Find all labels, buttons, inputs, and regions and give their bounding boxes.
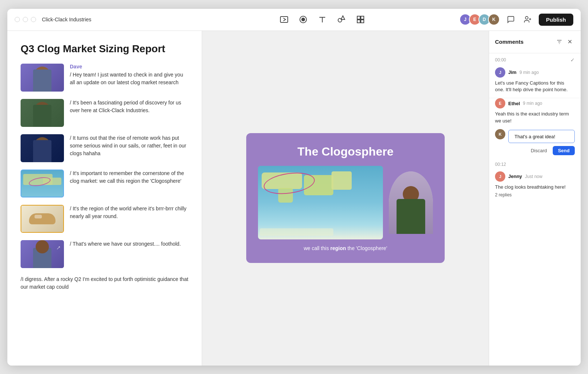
report-title: Q3 Clog Market Sizing Report xyxy=(21,43,189,55)
thumbnail-1[interactable] xyxy=(21,64,64,92)
timestamp-section-2: 00:12 xyxy=(489,158,581,168)
toolbar-tools xyxy=(279,14,366,25)
text-icon[interactable] xyxy=(317,14,327,25)
transcript-text-7: /I digress. After a rocky Q2 I'm excited… xyxy=(21,275,189,291)
timestamp-2: 00:12 xyxy=(495,162,506,167)
collaborator-avatars: J E D K xyxy=(459,14,500,25)
main-content: Q3 Clog Market Sizing Report Dave / Hey … xyxy=(7,31,581,366)
comment-text-ethel: Yeah this is the exact industry term we … xyxy=(495,111,575,125)
shape-icon[interactable] xyxy=(336,14,347,25)
comment-text-jenny: The clog looks breathtaking here! xyxy=(495,184,575,191)
titlebar: Click-Clack Industries xyxy=(7,9,581,31)
slide-card: The Clogosphere xyxy=(246,133,445,263)
comment-meta-ethel: E Ethel 9 min ago xyxy=(495,98,575,108)
minimize-dot[interactable] xyxy=(23,17,28,22)
reply-area: K Discard Send xyxy=(495,128,575,155)
transcript-text-4: / It's important to remember the corners… xyxy=(70,170,189,185)
svg-rect-7 xyxy=(357,16,360,19)
transcript-content-6: / That's where we have our strongest....… xyxy=(70,240,181,248)
record-icon[interactable] xyxy=(298,14,308,25)
list-item: /I digress. After a rocky Q2 I'm excited… xyxy=(21,275,189,291)
transcript-panel: Q3 Clog Market Sizing Report Dave / Hey … xyxy=(7,31,202,366)
svg-rect-0 xyxy=(280,17,288,22)
thumbnail-4[interactable] xyxy=(21,170,64,197)
comment-text-jim: Let's use Fancy Captions for this one. I… xyxy=(495,80,575,94)
comments-body: 00:00 ✓ J Jim 9 min ago Let's use Fancy … xyxy=(489,53,581,366)
transcript-content-1: Dave / Hey team! I just wanted to check … xyxy=(70,64,189,86)
share-icon-button[interactable] xyxy=(522,14,534,25)
maximize-dot[interactable] xyxy=(31,17,36,22)
slide-map xyxy=(258,166,383,239)
author-jim: Jim xyxy=(508,70,516,75)
app-title: Click-Clack Industries xyxy=(42,17,92,22)
transcript-content-5: / It's the region of the world where it'… xyxy=(70,205,189,220)
list-item: / It's important to remember the corners… xyxy=(21,170,189,197)
media-icon[interactable] xyxy=(279,14,289,25)
grid-icon[interactable] xyxy=(355,14,366,25)
svg-point-2 xyxy=(302,18,305,21)
transcript-text-2: / It's been a fascinating period of disc… xyxy=(70,99,189,114)
author-ethel: Ethel xyxy=(508,101,520,106)
thumbnail-3[interactable] xyxy=(21,134,64,162)
comment-thread-jim: J Jim 9 min ago Let's use Fancy Captions… xyxy=(489,64,581,99)
caption-bold: region xyxy=(330,245,346,251)
caption-post: the 'Clogosphere' xyxy=(347,245,387,251)
publish-button[interactable]: Publish xyxy=(539,14,573,26)
transcript-text-1: / Hey team! I just wanted to check in an… xyxy=(70,71,189,86)
author-jenny: Jenny xyxy=(508,174,522,179)
reply-input-field[interactable] xyxy=(514,134,569,139)
list-item: Dave / Hey team! I just wanted to check … xyxy=(21,64,189,92)
comment-meta-jim: J Jim 9 min ago xyxy=(495,67,575,78)
list-item: / It's been a fascinating period of disc… xyxy=(21,99,189,127)
caption-pre: we call this xyxy=(304,245,329,251)
transcript-content-2: / It's been a fascinating period of disc… xyxy=(70,99,189,114)
speaker-name-1: Dave xyxy=(70,64,189,70)
list-item: / It's the region of the world where it'… xyxy=(21,205,189,233)
thumbnail-5[interactable] xyxy=(21,205,64,233)
slide-person-image xyxy=(389,171,433,234)
app-window: Click-Clack Industries xyxy=(7,9,581,366)
thumbnail-2[interactable] xyxy=(21,99,64,127)
window-controls xyxy=(15,17,36,22)
transcript-content-4: / It's important to remember the corners… xyxy=(70,170,189,185)
filter-icon-button[interactable] xyxy=(554,37,564,47)
close-dot[interactable] xyxy=(15,17,20,22)
list-item: / It turns out that the rise of remote w… xyxy=(21,134,189,162)
replies-count[interactable]: 2 replies xyxy=(495,192,575,197)
slide-content xyxy=(258,166,433,239)
svg-rect-8 xyxy=(361,16,364,19)
timestamp-section-1: 00:00 ✓ xyxy=(489,53,581,64)
titlebar-right: J E D K Publish xyxy=(459,14,573,26)
comment-meta-jenny: J Jenny Just now xyxy=(495,171,575,182)
timestamp-1: 00:00 xyxy=(495,57,506,63)
comment-thread-jenny: J Jenny Just now The clog looks breathta… xyxy=(489,168,581,202)
reply-actions: Discard Send xyxy=(508,146,575,155)
reply-input-box[interactable] xyxy=(508,130,575,143)
map-background xyxy=(258,166,383,239)
comments-header: Comments ✕ xyxy=(489,31,581,53)
svg-rect-9 xyxy=(357,20,360,23)
preview-panel: The Clogosphere xyxy=(202,31,489,366)
svg-rect-10 xyxy=(361,20,364,23)
comment-thread-ethel: E Ethel 9 min ago Yeah this is the exact… xyxy=(489,98,581,158)
comments-icon-button[interactable] xyxy=(505,14,517,25)
thumbnail-6[interactable]: ↑ xyxy=(21,240,64,268)
avatar-4: K xyxy=(488,14,500,25)
slide-caption: we call this region the 'Clogosphere' xyxy=(258,245,433,251)
transcript-content-7: /I digress. After a rocky Q2 I'm excited… xyxy=(21,275,189,291)
avatar-current-user: K xyxy=(495,129,505,139)
time-jenny: Just now xyxy=(525,174,542,179)
svg-point-11 xyxy=(525,17,528,19)
transcript-text-6: / That's where we have our strongest....… xyxy=(70,240,181,248)
comments-title: Comments xyxy=(495,39,554,45)
close-comments-button[interactable]: ✕ xyxy=(564,37,575,47)
send-button[interactable]: Send xyxy=(553,146,575,155)
transcript-text-3: / It turns out that the rise of remote w… xyxy=(70,134,189,157)
avatar-jenny: J xyxy=(495,171,505,182)
reply-input-container: Discard Send xyxy=(508,128,575,155)
slide-title: The Clogosphere xyxy=(258,145,433,158)
avatar-ethel: E xyxy=(495,98,505,108)
discard-button[interactable]: Discard xyxy=(528,146,550,155)
avatar-jim: J xyxy=(495,67,505,78)
resolve-icon-1[interactable]: ✓ xyxy=(570,57,575,63)
